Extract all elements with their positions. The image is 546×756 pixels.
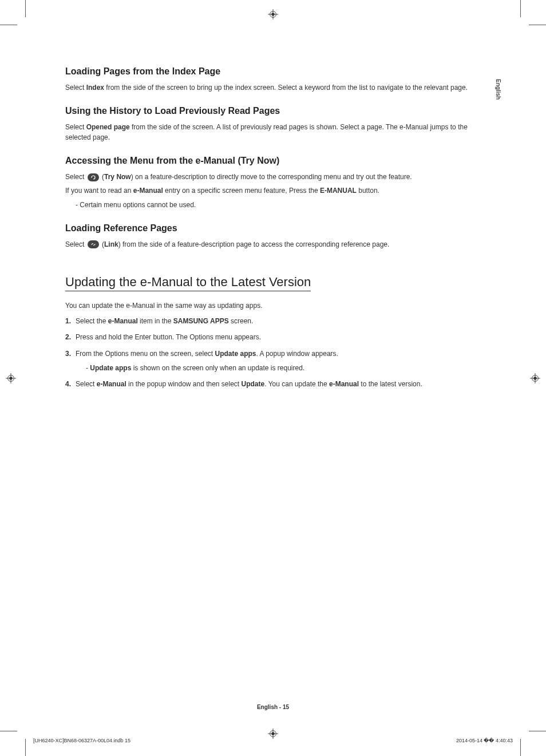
page-number: English - 15 — [257, 704, 289, 710]
section-heading-menu-access: Accessing the Menu from the e-Manual (Tr… — [65, 156, 480, 166]
body-text: Select Index from the side of the screen… — [65, 82, 480, 93]
crop-mark — [520, 0, 521, 17]
body-text: Select (Try Now) on a feature-descriptio… — [65, 172, 480, 183]
body-text: Select (Link) from the side of a feature… — [65, 239, 480, 250]
crop-mark — [520, 739, 521, 756]
body-text: If you want to read an e-Manual entry on… — [65, 185, 480, 196]
page-content: Loading Pages from the Index Page Select… — [65, 62, 480, 395]
step-item: From the Options menu on the screen, sel… — [65, 349, 480, 359]
svg-marker-16 — [91, 177, 92, 178]
registration-mark-icon — [6, 373, 16, 383]
step-item: Select the e-Manual item in the SAMSUNG … — [65, 316, 480, 327]
footer-filename: [UH6240-XC]BN68-06327A-00L04.indb 15 — [33, 738, 130, 743]
try-now-icon — [88, 173, 99, 181]
body-text: Select Opened page from the side of the … — [65, 122, 480, 143]
section-heading-history: Using the History to Load Previously Rea… — [65, 106, 480, 116]
step-item: Select e-Manual in the popup window and … — [65, 379, 480, 390]
crop-mark — [25, 739, 26, 756]
crop-mark — [0, 25, 17, 25]
link-icon — [88, 240, 99, 248]
section-heading-reference: Loading Reference Pages — [65, 223, 480, 233]
crop-mark — [25, 0, 26, 17]
crop-mark — [0, 731, 17, 731]
crop-mark — [529, 731, 546, 731]
section-heading-index: Loading Pages from the Index Page — [65, 66, 480, 77]
language-tab: English — [495, 79, 501, 100]
note-item: Certain menu options cannot be used. — [76, 200, 480, 211]
body-text: You can update the e-Manual in the same … — [65, 300, 480, 311]
registration-mark-icon — [268, 9, 278, 19]
note-item: Update apps is shown on the screen only … — [86, 363, 480, 374]
footer-timestamp: 2014-05-14 �� 4:40:43 — [456, 738, 513, 743]
step-item: Press and hold the Enter button. The Opt… — [65, 332, 480, 343]
registration-mark-icon — [530, 373, 540, 383]
ordered-steps: Select the e-Manual item in the SAMSUNG … — [65, 316, 480, 359]
section-title-updating: Updating the e-Manual to the Latest Vers… — [65, 275, 311, 291]
ordered-steps: Select e-Manual in the popup window and … — [65, 379, 480, 390]
crop-mark — [529, 25, 546, 25]
registration-mark-icon — [268, 729, 278, 739]
